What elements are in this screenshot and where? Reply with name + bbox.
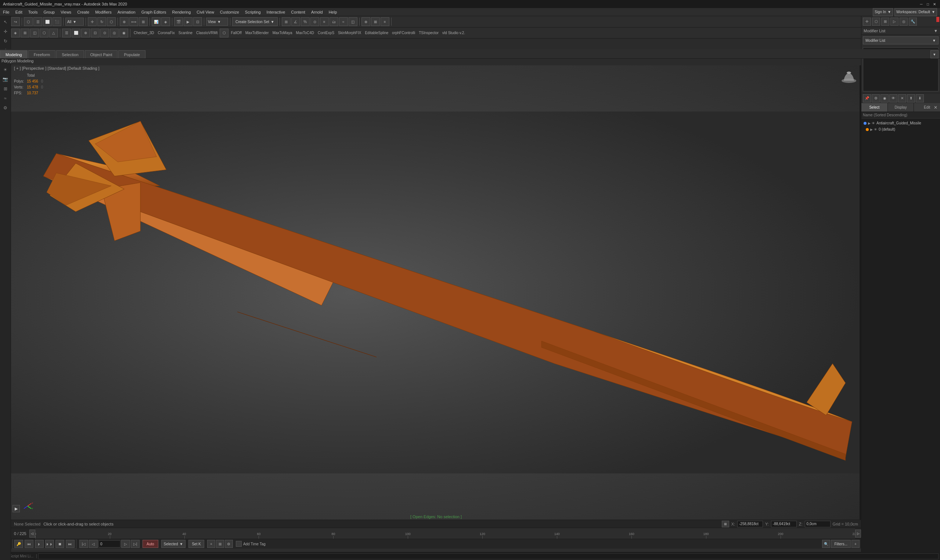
poly-btn8[interactable]: ⬜ (72, 29, 80, 37)
viewport[interactable]: [ + ] [Perspective ] [Standard] [Default… (11, 65, 861, 520)
reference-coord-button[interactable]: ⊕ (120, 17, 128, 26)
menu-help[interactable]: Help (326, 8, 340, 16)
menu-customize[interactable]: Customize (217, 8, 242, 16)
modifier-list-dropdown[interactable]: Modifier List ▼ (863, 36, 938, 45)
scene-tab-display[interactable]: Display (888, 103, 914, 112)
poly-btn2[interactable]: ◈ (11, 29, 20, 37)
menu-scripting[interactable]: Scripting (242, 8, 264, 16)
create-tab-icon[interactable]: ✛ (863, 18, 871, 26)
menu-graph-editors[interactable]: Graph Editors (139, 8, 169, 16)
maximize-button[interactable]: □ (925, 2, 931, 7)
extra-btn2[interactable]: ⊠ (371, 17, 380, 26)
select-by-name-button[interactable]: ☰ (34, 17, 42, 26)
selected-dropdown[interactable]: Selected ▼ (161, 540, 186, 548)
timeline-next-button[interactable]: ▷ (855, 529, 861, 538)
snap-toggle-button[interactable]: ⊞ (282, 17, 290, 26)
ribbon-button[interactable]: ≈ (339, 17, 348, 26)
auto-key-button[interactable]: Auto (142, 540, 158, 548)
material-editor-button[interactable]: ◈ (161, 17, 170, 26)
left-icon-systems[interactable]: ⚙ (1, 103, 10, 112)
utilities-tab-icon[interactable]: 🔧 (909, 18, 917, 26)
viewport-play-button[interactable]: ▶ (12, 505, 20, 512)
poly-btn13[interactable]: ◉ (119, 29, 128, 37)
menu-content[interactable]: Content (288, 8, 308, 16)
add-time-tag-checkbox[interactable] (236, 541, 242, 547)
angle-snap-button[interactable]: ∠ (291, 17, 300, 26)
search-button[interactable]: 🔍 (822, 540, 830, 548)
play-anim-button[interactable]: ⏵ (35, 540, 44, 548)
menu-file[interactable]: File (0, 8, 12, 16)
sign-in-dropdown[interactable]: Sign In ▼ (873, 8, 893, 16)
slate-button[interactable]: ◫ (349, 17, 357, 26)
display-tab-icon[interactable]: ◎ (900, 18, 908, 26)
window-crossing-button[interactable]: ⬛ (52, 17, 61, 26)
poly-btn6[interactable]: △ (49, 29, 58, 37)
spinner-button[interactable]: ⊙ (310, 17, 319, 26)
left-icon-camera[interactable]: 📷 (1, 75, 10, 84)
timeline-ruler[interactable]: 020406080100120140160180200220 (35, 528, 855, 539)
left-icon-helpers[interactable]: ⊞ (1, 85, 10, 93)
stop-anim-button[interactable]: ⏹ (56, 540, 64, 548)
close-button[interactable]: ✕ (932, 2, 937, 7)
scale-button[interactable]: ⬡ (107, 17, 116, 26)
show-in-viewport-icon[interactable]: 👁 (889, 94, 897, 102)
pin-icon[interactable]: 📌 (863, 94, 871, 102)
left-icon-lights[interactable]: ☀ (1, 65, 10, 74)
menu-rendering[interactable]: Rendering (169, 8, 194, 16)
menu-tools[interactable]: Tools (25, 8, 41, 16)
poly-btn11[interactable]: ⊙ (100, 29, 109, 37)
left-icon-move[interactable]: ✛ (1, 27, 10, 36)
minimize-button[interactable]: ─ (919, 2, 924, 7)
hierarchy-tab-icon[interactable]: ⊞ (881, 18, 889, 26)
poly-btn5[interactable]: ⬡ (40, 29, 48, 37)
coord-mode-btn[interactable]: ⊞ (722, 521, 729, 527)
poly-btn9[interactable]: ⊕ (81, 29, 90, 37)
align-button[interactable]: ⊞ (139, 17, 148, 26)
current-frame-input[interactable]: 0 (99, 540, 120, 548)
move-down-icon[interactable]: ⬇ (916, 94, 924, 102)
tab-modeling[interactable]: Modeling (0, 50, 28, 58)
tab-settings-checkbox[interactable]: ▾ (931, 50, 938, 58)
modify-tab-icon[interactable]: ⬡ (872, 18, 880, 26)
filter-dropdown[interactable]: All▼ (65, 18, 84, 26)
select-region-button[interactable]: ⬜ (43, 17, 52, 26)
timeline-prev-button[interactable]: ◁ (29, 529, 35, 538)
left-icon-rotate[interactable]: ↻ (1, 37, 10, 46)
frame-start-button[interactable]: |◁ (79, 540, 88, 548)
menu-interactive[interactable]: Interactive (264, 8, 289, 16)
mirror-button[interactable]: ⟺ (129, 17, 138, 26)
set-key-button[interactable]: Set K (188, 540, 204, 548)
delete-mod-icon[interactable]: ✕ (898, 94, 906, 102)
menu-edit[interactable]: Edit (12, 8, 25, 16)
render-type-button[interactable]: ⊡ (193, 17, 202, 26)
frame-back-button[interactable]: ◁ (89, 540, 98, 548)
menu-views[interactable]: Views (58, 8, 74, 16)
poly-btn10[interactable]: ⊡ (91, 29, 100, 37)
render-frame-button[interactable]: ▶ (184, 17, 193, 26)
menu-arnold[interactable]: Arnold (308, 8, 326, 16)
next-key-button[interactable]: ⏭ (66, 540, 74, 548)
menu-group[interactable]: Group (40, 8, 58, 16)
tree-item-missile[interactable]: ▶ 👁 Antiaircraft_Guided_Missile (863, 120, 938, 126)
render-setup-button[interactable]: 🎬 (174, 17, 183, 26)
maxscript-input[interactable] (38, 553, 938, 559)
poly-btn4[interactable]: ◫ (30, 29, 39, 37)
poly-btn7[interactable]: ☰ (62, 29, 71, 37)
menu-civil-view[interactable]: Civil View (194, 8, 217, 16)
scene-explorer-button[interactable]: 🗂 (329, 17, 338, 26)
select-object-button[interactable]: ⬡ (24, 17, 33, 26)
left-icon-spacewarps[interactable]: ≈ (1, 94, 10, 103)
configure-icon[interactable]: ⚙ (872, 94, 880, 102)
key-filters-button[interactable]: 🔑 (14, 540, 23, 548)
create-selection-button[interactable]: Create Selection Set ▼ (232, 17, 278, 26)
close-scene-explorer-button[interactable]: ✕ (933, 105, 938, 111)
mini-btn-3[interactable]: ⚙ (225, 540, 233, 548)
poly-btn12[interactable]: ◎ (110, 29, 119, 37)
play-all-button[interactable]: ⏵⏵ (45, 540, 54, 548)
logo-btn[interactable]: ⬡ (220, 29, 228, 37)
rotate-button[interactable]: ↻ (97, 17, 106, 26)
graph-editors-button[interactable]: 📊 (152, 17, 161, 26)
extra-btn1[interactable]: ⊕ (361, 17, 370, 26)
scene-tab-select[interactable]: Select (861, 103, 888, 112)
percent-snap-button[interactable]: % (301, 17, 310, 26)
